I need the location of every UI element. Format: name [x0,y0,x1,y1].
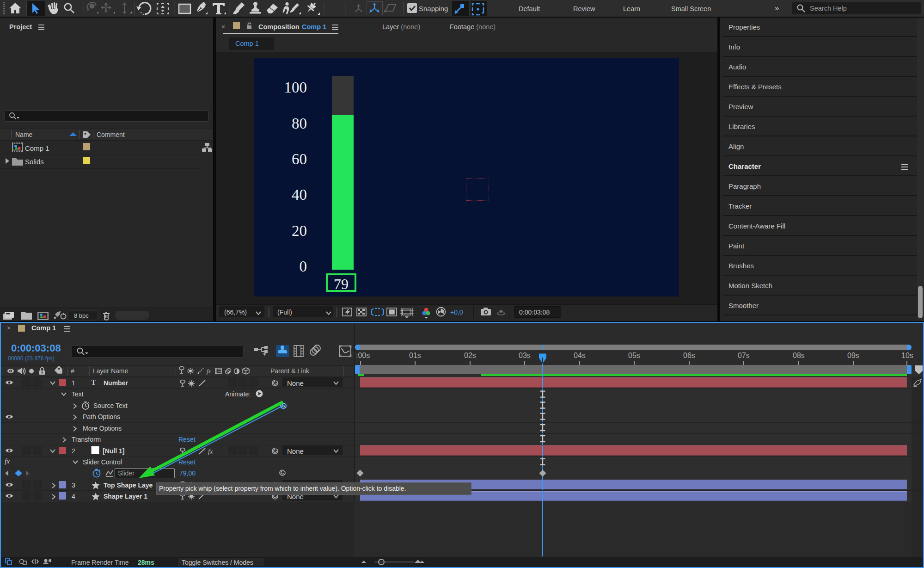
svg-text:fx: fx [207,368,211,375]
svg-text:fx: fx [208,448,213,455]
